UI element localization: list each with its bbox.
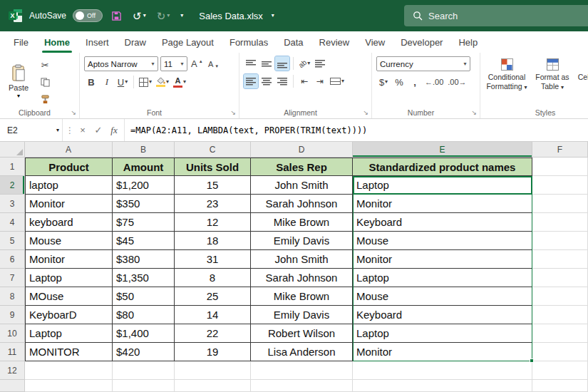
cell-D4[interactable]: Mike Brown [251, 213, 353, 232]
italic-button[interactable]: I [100, 75, 114, 89]
cell-A5[interactable]: Mouse [25, 232, 113, 250]
comma-style-icon[interactable]: , [408, 75, 422, 89]
column-header-F[interactable]: F [532, 142, 588, 158]
tab-review[interactable]: Review [311, 31, 358, 53]
tab-file[interactable]: File [6, 31, 36, 53]
excel-logo-icon[interactable]: X [9, 9, 23, 23]
cell-A12[interactable] [25, 361, 113, 380]
cell-D5[interactable]: Emily Davis [251, 232, 353, 250]
cell-B8[interactable]: $50 [113, 287, 175, 306]
cell-F11[interactable] [532, 343, 588, 361]
row-header-9[interactable]: 9 [0, 306, 25, 324]
row-header-5[interactable]: 5 [0, 232, 25, 250]
cell-B11[interactable]: $420 [113, 343, 175, 361]
cell-E3[interactable]: Monitor [353, 195, 532, 213]
orientation-button[interactable]: ab [297, 56, 311, 71]
cell-D9[interactable]: Emily Davis [251, 306, 353, 324]
cell-C11[interactable]: 19 [175, 343, 251, 361]
number-format-combobox[interactable]: Currency [376, 56, 470, 71]
cell-D1[interactable]: Sales Rep [251, 158, 353, 176]
cell-E12[interactable] [353, 361, 532, 380]
cell-F7[interactable] [532, 269, 588, 287]
cell-A11[interactable]: MONITOR [25, 343, 113, 361]
tab-developer[interactable]: Developer [393, 31, 450, 53]
cell-C10[interactable]: 22 [175, 324, 251, 343]
bold-button[interactable]: B [84, 75, 98, 89]
row-header-4[interactable]: 4 [0, 213, 25, 232]
cell-B10[interactable]: $1,400 [113, 324, 175, 343]
underline-button[interactable]: U [115, 75, 130, 89]
save-icon[interactable] [109, 9, 124, 23]
cell-F5[interactable] [532, 232, 588, 250]
quick-access-toolbar-chevron[interactable] [178, 11, 185, 20]
fill-handle[interactable] [530, 359, 534, 363]
cell-D2[interactable]: John Smith [251, 176, 353, 195]
copy-icon[interactable] [38, 75, 52, 89]
format-as-table-button[interactable]: Format as Table [530, 56, 574, 93]
row-header-11[interactable]: 11 [0, 343, 25, 361]
cell-D6[interactable]: John Smith [251, 250, 353, 269]
cell-F8[interactable] [532, 287, 588, 306]
alignment-dialog-launcher-icon[interactable] [363, 110, 368, 116]
cell-C4[interactable]: 12 [175, 213, 251, 232]
font-dialog-launcher-icon[interactable] [230, 110, 236, 116]
select-all-button[interactable] [0, 142, 25, 158]
percent-style-icon[interactable]: % [392, 75, 406, 89]
cell-E5[interactable]: Mouse [353, 232, 532, 250]
cell-D7[interactable]: Sarah Johnson [251, 269, 353, 287]
cell-D3[interactable]: Sarah Johnson [251, 195, 353, 213]
merge-center-button[interactable] [329, 74, 346, 88]
cell-A13[interactable] [25, 380, 113, 392]
cell-B12[interactable] [113, 361, 175, 380]
row-header-6[interactable]: 6 [0, 250, 25, 269]
number-dialog-launcher-icon[interactable] [471, 110, 477, 116]
drag-handle-icon[interactable] [66, 126, 74, 135]
cell-A9[interactable]: KeyboarD [25, 306, 113, 324]
align-bottom-button[interactable] [275, 56, 289, 71]
cell-A8[interactable]: MOuse [25, 287, 113, 306]
conditional-formatting-button[interactable]: Conditional Formatting [485, 56, 529, 93]
column-header-E[interactable]: E [353, 142, 532, 158]
column-header-C[interactable]: C [175, 142, 251, 158]
borders-button[interactable] [138, 75, 153, 89]
cell-C9[interactable]: 14 [175, 306, 251, 324]
increase-font-size-button[interactable]: A [190, 57, 205, 71]
cell-B6[interactable]: $380 [113, 250, 175, 269]
insert-function-icon[interactable]: fx [107, 123, 121, 138]
cell-styles-button[interactable]: Cell Styles [576, 56, 588, 84]
cell-E1[interactable]: Standardized product names [353, 158, 532, 176]
cell-F13[interactable] [532, 380, 588, 392]
cell-A10[interactable]: Laptop [25, 324, 113, 343]
tab-view[interactable]: View [357, 31, 393, 53]
cell-E9[interactable]: Keyboard [353, 306, 532, 324]
document-title[interactable]: Sales Data.xlsx [199, 11, 263, 21]
cell-B13[interactable] [113, 380, 175, 392]
formula-input[interactable]: =MAP(A2:A11, LAMBDA(text, PROPER(TRIM(te… [125, 119, 588, 141]
cell-E7[interactable]: Laptop [353, 269, 532, 287]
cell-B7[interactable]: $1,350 [113, 269, 175, 287]
row-header-8[interactable]: 8 [0, 287, 25, 306]
document-title-chevron[interactable] [269, 11, 277, 20]
cell-C6[interactable]: 31 [175, 250, 251, 269]
cell-C3[interactable]: 23 [175, 195, 251, 213]
clipboard-dialog-launcher-icon[interactable] [71, 110, 76, 116]
cell-B3[interactable]: $350 [113, 195, 175, 213]
cell-E10[interactable]: Laptop [353, 324, 532, 343]
cell-F12[interactable] [532, 361, 588, 380]
font-size-combobox[interactable]: 11 [160, 56, 187, 71]
increase-indent-icon[interactable]: ⇥ [313, 74, 327, 88]
tab-data[interactable]: Data [276, 31, 311, 53]
cell-A2[interactable]: laptop [25, 176, 113, 195]
cell-F6[interactable] [532, 250, 588, 269]
cell-E11[interactable]: Monitor [353, 343, 532, 361]
cell-B4[interactable]: $75 [113, 213, 175, 232]
undo-button[interactable]: ↺ [130, 9, 148, 23]
increase-decimal-icon[interactable]: ←.00 [423, 75, 445, 89]
cell-E4[interactable]: Keyboard [353, 213, 532, 232]
row-header-7[interactable]: 7 [0, 269, 25, 287]
row-header-10[interactable]: 10 [0, 324, 25, 343]
cell-C7[interactable]: 8 [175, 269, 251, 287]
decrease-indent-icon[interactable]: ⇤ [297, 74, 311, 88]
align-left-button[interactable] [244, 74, 258, 88]
cell-C12[interactable] [175, 361, 251, 380]
